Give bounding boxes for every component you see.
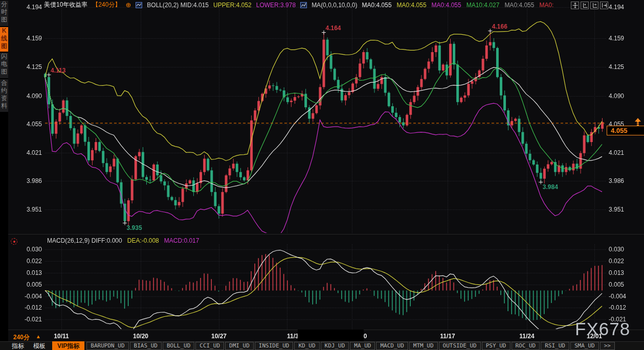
tab-boll_ud[interactable]: BOLL_UD <box>163 342 194 350</box>
x-tick-11-3: 11/3 <box>287 333 299 340</box>
tab-mtm_ud[interactable]: MTM_UD <box>409 342 438 350</box>
period-collapse-arrow[interactable]: ▲ <box>36 334 41 339</box>
pane-left-icon[interactable] <box>581 2 589 9</box>
ma-legend: MA(0,0,0,10,0,0) <box>312 2 357 9</box>
tab-inside_ud[interactable]: INSIDE_UD <box>255 342 294 350</box>
macd-tick-right: 0.005 <box>609 281 624 288</box>
x-tick-11-17: 11/17 <box>440 333 455 340</box>
tab-kd_ud[interactable]: KD_UD <box>294 342 319 350</box>
tab-barupdn_ud[interactable]: BARUPDN_UD <box>86 342 128 350</box>
extreme-label-4-113: 4.113 <box>51 67 65 74</box>
tab-cci_ud[interactable]: CCI_UD <box>195 342 224 350</box>
indicator-tabbar: 指标模板VIP指标BARUPDN_UDBIAS_UDBOLL_UDCCI_UDD… <box>0 341 644 350</box>
ma-value-3: MA0:4.055 <box>432 2 461 9</box>
macd-value-legend: MACD:0.017 <box>164 237 199 244</box>
tab-rsi_ud[interactable]: RSI_UD <box>541 342 569 350</box>
extreme-label-3-984: 3.984 <box>543 183 558 191</box>
sidebar-tab-4[interactable]: 合 约 资 料 <box>0 79 8 112</box>
sidebar-tab-3[interactable]: 闪 电 图 <box>0 53 8 78</box>
tab-kdj_ud[interactable]: KDJ_UD <box>321 342 349 350</box>
macd-header: MACD(26,12,9) DIFF:0.000 DEA:-0.008 MACD… <box>47 237 199 244</box>
price-tick-right: 4.159 <box>609 35 624 42</box>
period-footer-label[interactable]: 240分 <box>13 333 30 342</box>
tab-roc_ud[interactable]: ROC_UD <box>512 342 540 350</box>
price-tick-right: 3.951 <box>609 206 624 213</box>
sidebar-tab-2[interactable]: K 线 图 <box>0 27 8 52</box>
tab-indicator[interactable]: 指标 <box>7 342 29 350</box>
tab-ma_ud[interactable]: MA_UD <box>350 342 375 350</box>
macd-tick-right: -0.004 <box>609 293 626 300</box>
tab-template[interactable]: 模板 <box>29 342 50 350</box>
price-tick-right: 4.194 <box>609 4 624 11</box>
ma-values: MA0:4.055MA0:4.055MA0:4.055MA10:4.027MA0… <box>362 2 554 9</box>
trading-app-window: { "sidebar": { "tabs": [ {"label": "分时图"… <box>0 0 644 350</box>
price-tick-right: 4.090 <box>609 92 624 100</box>
chart-header: 美债10年收益率 【240分】 ⊕ BOLL(20,2) MID:4.015 U… <box>44 1 553 9</box>
price-tick-right: 4.125 <box>609 63 624 71</box>
macd-tick-right: 0.013 <box>609 269 624 276</box>
tab-bias_ud[interactable]: BIAS_UD <box>130 342 162 350</box>
boll-indicator-icon[interactable] <box>136 2 142 8</box>
ma-value-1: MA0:4.055 <box>362 2 392 9</box>
sidebar-tab-1[interactable]: 分 时 图 <box>0 1 8 26</box>
plus-circle-icon[interactable]: ⊕ <box>125 2 131 8</box>
sidebar: 分 时 图K 线 图闪 电 图合 约 资 料 <box>0 0 8 350</box>
boll-upper-legend: UPPER:4.052 <box>213 2 252 9</box>
extreme-label-4-166: 4.166 <box>492 23 507 30</box>
x-tick-10-20: 10/20 <box>133 333 148 340</box>
crosshair-icon[interactable] <box>571 2 579 9</box>
tab-more[interactable]: >> <box>600 342 615 350</box>
tab-sma_ud[interactable]: SMA_UD <box>570 342 599 350</box>
x-tick-10-27: 10/27 <box>211 333 227 340</box>
pane-right-icon[interactable] <box>590 2 598 9</box>
kline-chart-canvas[interactable] <box>0 0 644 350</box>
x-tick-11-24: 11/24 <box>519 333 534 340</box>
period-badge[interactable]: 【240分】 <box>92 1 121 9</box>
tab-macd_ud[interactable]: MACD_UD <box>376 342 408 350</box>
watermark: FX678 <box>575 319 630 339</box>
macd-tick-right: -0.012 <box>609 304 626 311</box>
x-tick-10-11: 10/11 <box>54 333 69 340</box>
boll-lower-legend: LOWER:3.978 <box>256 2 296 9</box>
ma-value-2: MA0:4.055 <box>397 2 427 9</box>
boll-legend: BOLL(20,2) MID:4.015 <box>147 2 209 9</box>
indicator-pane-icon[interactable] <box>11 238 17 245</box>
instrument-title: 美债10年收益率 <box>44 1 87 9</box>
tab-vip-indicator[interactable]: VIP指标 <box>52 341 84 350</box>
macd-tick-right: 0.022 <box>609 258 624 265</box>
tab-dmi_ud[interactable]: DMI_UD <box>225 342 254 350</box>
price-tick-right: 4.021 <box>609 149 624 156</box>
axis-overlay-box <box>298 330 364 341</box>
ma-value-6: MA0: <box>539 2 553 9</box>
price-tick-right: 3.986 <box>609 177 624 184</box>
price-up-arrow-icon <box>634 118 641 128</box>
macd-dea-legend: DEA:-0.008 <box>127 237 159 244</box>
pane-shift-icon[interactable] <box>600 2 608 9</box>
ma-value-4: MA10:4.027 <box>467 2 500 9</box>
tab-outside_ud[interactable]: OUTSIDE_UD <box>439 342 481 350</box>
pane-divider-top <box>8 234 644 235</box>
ma-indicator-icon[interactable] <box>300 2 307 8</box>
window-toolbar <box>571 2 608 9</box>
macd-diff-legend: MACD(26,12,9) DIFF:0.000 <box>47 237 122 244</box>
macd-tick-right: 0.030 <box>609 246 624 253</box>
extreme-label-4-164: 4.164 <box>326 25 341 32</box>
tab-psy_ud[interactable]: PSY_UD <box>482 342 510 350</box>
extreme-label-3-935: 3.935 <box>127 224 142 231</box>
ma-value-5: MA0:4.055 <box>504 2 534 9</box>
